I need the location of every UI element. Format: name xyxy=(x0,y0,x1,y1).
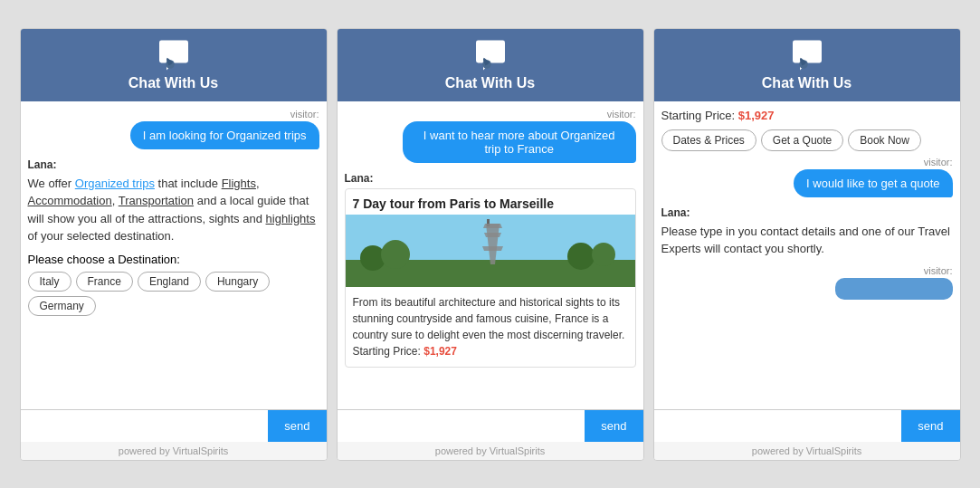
chat-header-3: Chat With Us xyxy=(654,29,960,101)
starting-price-3: Starting Price: $1,927 xyxy=(661,109,953,122)
price-value-3: $1,927 xyxy=(738,109,775,122)
chat-footer-3: send xyxy=(654,409,960,442)
chat-body-3: Starting Price: $1,927 Dates & Prices Ge… xyxy=(654,101,960,409)
chat-icon-2 xyxy=(472,39,509,72)
chat-input-1[interactable] xyxy=(21,410,269,442)
chat-input-2[interactable] xyxy=(338,410,585,442)
dest-btn-france[interactable]: France xyxy=(76,272,133,292)
visitor-bubble-3a: I would like to get a quote xyxy=(794,169,952,197)
get-quote-btn[interactable]: Get a Quote xyxy=(761,129,843,151)
chat-header-1: Chat With Us xyxy=(21,29,327,101)
agent-label-2: Lana: xyxy=(345,172,636,185)
chat-icon-3 xyxy=(789,39,825,72)
destination-label: Please choose a Destination: xyxy=(28,253,319,266)
tour-image-svg xyxy=(346,215,635,287)
chat-widget-2: Chat With Us visitor: I want to hear mor… xyxy=(337,28,644,461)
dest-btn-italy[interactable]: Italy xyxy=(28,272,71,292)
dest-btn-england[interactable]: England xyxy=(138,272,201,292)
visitor-label-1: visitor: xyxy=(28,109,319,120)
agent-text-3: Please type in you contact details and o… xyxy=(661,223,953,258)
chat-body-1: visitor: I am looking for Organized trip… xyxy=(21,101,327,409)
book-now-btn[interactable]: Book Now xyxy=(848,129,921,151)
chat-body-2: visitor: I want to hear more about Organ… xyxy=(338,101,643,409)
svg-point-5 xyxy=(381,240,410,269)
chat-input-3[interactable] xyxy=(654,410,902,442)
agent-text-1: We offer Organized trips that include Fl… xyxy=(28,175,319,245)
powered-by-1: powered by VirtualSpirits xyxy=(21,442,327,460)
tour-card: 7 Day tour from Paris to Marseille xyxy=(345,188,636,368)
visitor-bubble-2: I want to hear more about Organized trip… xyxy=(403,121,636,163)
svg-point-7 xyxy=(592,243,615,266)
visitor-label-3b: visitor: xyxy=(661,265,953,276)
powered-by-3: powered by VirtualSpirits xyxy=(654,442,960,460)
svg-marker-12 xyxy=(483,224,502,228)
powered-by-2: powered by VirtualSpirits xyxy=(338,442,643,460)
tour-title: 7 Day tour from Paris to Marseille xyxy=(346,189,635,215)
action-buttons-3: Dates & Prices Get a Quote Book Now xyxy=(661,129,953,151)
visitor-label-2: visitor: xyxy=(345,109,636,120)
dest-btn-germany[interactable]: Germany xyxy=(28,296,96,316)
visitor-label-3a: visitor: xyxy=(661,157,953,167)
chat-footer-2: send xyxy=(338,409,643,442)
starting-price-label-2: Starting Price: xyxy=(353,345,424,358)
agent-label-3: Lana: xyxy=(661,206,953,219)
chat-icon-1 xyxy=(156,39,192,72)
tour-price: $1,927 xyxy=(423,345,457,358)
send-button-2[interactable]: send xyxy=(585,410,642,442)
svg-marker-10 xyxy=(482,246,503,251)
destination-buttons: Italy France England Hungary Germany xyxy=(28,272,319,316)
chat-title-1: Chat With Us xyxy=(128,75,218,91)
chat-header-2: Chat With Us xyxy=(338,29,643,101)
chat-title-2: Chat With Us xyxy=(445,75,535,91)
dest-btn-hungary[interactable]: Hungary xyxy=(205,272,270,292)
chat-widgets-container: Chat With Us visitor: I am looking for O… xyxy=(11,19,970,470)
agent-label-1: Lana: xyxy=(28,158,319,171)
visitor-bubble-1: I am looking for Organized trips xyxy=(130,121,319,149)
chat-footer-1: send xyxy=(21,409,327,442)
input-placeholder-bubble xyxy=(835,278,953,300)
chat-widget-1: Chat With Us visitor: I am looking for O… xyxy=(20,28,328,461)
tour-image xyxy=(346,215,635,287)
svg-marker-9 xyxy=(484,233,501,237)
dates-prices-btn[interactable]: Dates & Prices xyxy=(661,129,756,151)
send-button-1[interactable]: send xyxy=(268,410,326,442)
send-button-3[interactable]: send xyxy=(901,410,959,442)
tour-desc: From its beautiful architecture and hist… xyxy=(346,287,635,367)
chat-widget-3: Chat With Us Starting Price: $1,927 Date… xyxy=(653,28,961,461)
chat-title-3: Chat With Us xyxy=(762,75,852,91)
svg-point-6 xyxy=(567,243,595,270)
